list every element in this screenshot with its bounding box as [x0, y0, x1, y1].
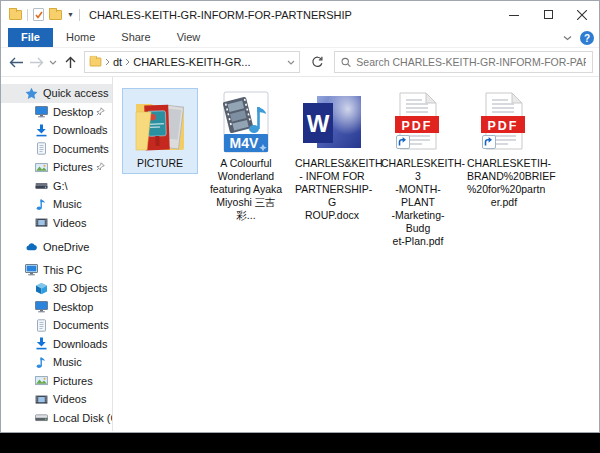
- navigation-pane: Quick access Desktop Downloads Documents…: [1, 77, 113, 431]
- file-item-m4v-video[interactable]: M4V A Colourful Wonderland featuring Aya…: [208, 88, 284, 226]
- svg-text:M4V: M4V: [230, 135, 259, 151]
- sidebar-item-downloads[interactable]: Downloads: [1, 121, 112, 140]
- sidebar-item-videos[interactable]: Videos: [1, 214, 112, 233]
- minimize-button[interactable]: [497, 1, 531, 28]
- separator: [79, 9, 80, 21]
- pin-icon: [96, 144, 105, 153]
- tab-file[interactable]: File: [8, 28, 53, 47]
- sidebar-item-onedrive[interactable]: OneDrive: [1, 238, 112, 257]
- svg-text:PDF: PDF: [488, 119, 519, 133]
- properties-icon[interactable]: [33, 8, 44, 21]
- search-input[interactable]: [356, 56, 586, 68]
- sidebar-item-pictures[interactable]: Pictures: [1, 158, 112, 177]
- address-dropdown-chevron-icon[interactable]: [287, 60, 295, 65]
- music-icon: [35, 356, 48, 369]
- file-item-pdf-brand-brief[interactable]: PDF CHARLESKETIH- BRAND%20BRIEF %20for%2…: [466, 88, 542, 213]
- sidebar-item-local-disk-c[interactable]: Local Disk (C:): [1, 409, 112, 428]
- sidebar-item-this-pc[interactable]: This PC: [1, 261, 112, 280]
- cropped-bottom-band: [0, 433, 600, 453]
- address-bar[interactable]: dt CHARLES-KEITH-GR...: [84, 51, 300, 73]
- sidebar-item-desktop[interactable]: Desktop: [1, 103, 112, 122]
- address-folder-icon: [90, 58, 102, 67]
- sidebar-item-pictures-pc[interactable]: Pictures: [1, 372, 112, 391]
- tab-share[interactable]: Share: [108, 28, 163, 47]
- sidebar-item-documents[interactable]: Documents: [1, 140, 112, 159]
- sidebar-item-desktop-pc[interactable]: Desktop: [1, 298, 112, 317]
- tab-home[interactable]: Home: [53, 28, 108, 47]
- shortcut-arrow-overlay: [397, 136, 410, 149]
- file-item-pdf-marketing-budget[interactable]: PDF CHARLESKEITH-3 -MONTH-PLANT -Marketi…: [380, 88, 456, 252]
- quick-access-toolbar: ▼ CHARLES-KEITH-GR-INFORM-FOR-PARTNERSHI…: [1, 8, 352, 21]
- maximize-button[interactable]: [531, 1, 565, 28]
- new-folder-icon[interactable]: [49, 10, 62, 20]
- ribbon-tab-bar: File Home Share View ?: [1, 28, 599, 48]
- expand-ribbon-chevron-icon[interactable]: [563, 35, 572, 41]
- file-label: CHARLES&KEITH - INFOM FOR PARTNERSHIP-G …: [295, 157, 369, 222]
- help-icon[interactable]: ?: [580, 31, 594, 45]
- sidebar-item-quick-access[interactable]: Quick access: [1, 84, 112, 103]
- navigation-bar: dt CHARLES-KEITH-GR...: [1, 48, 599, 77]
- sidebar-item-drive-g[interactable]: G:\: [1, 177, 112, 196]
- refresh-icon[interactable]: [305, 51, 329, 73]
- sidebar-item-3d-objects[interactable]: 3D Objects: [1, 279, 112, 298]
- this-pc-icon: [25, 263, 38, 276]
- file-item-word-doc[interactable]: W CHARLES&KEITH - INFOM FOR PARTNERSHIP-…: [294, 88, 370, 226]
- sidebar-item-music[interactable]: Music: [1, 195, 112, 214]
- open-folder-icon: [128, 92, 192, 154]
- pictures-icon: [35, 374, 48, 387]
- file-label: A Colourful Wonderland featuring Ayaka M…: [209, 157, 283, 222]
- customize-toolbar-caret-icon[interactable]: ▼: [67, 11, 74, 18]
- local-disk-icon: [35, 411, 48, 424]
- search-box[interactable]: [334, 51, 593, 73]
- file-list: PICTURE M4V A Colourful Won: [113, 77, 599, 431]
- pin-icon: [96, 125, 105, 134]
- svg-text:W: W: [307, 110, 330, 137]
- music-icon: [35, 198, 48, 211]
- back-icon[interactable]: [9, 57, 24, 68]
- desktop-icon: [35, 300, 48, 313]
- quick-access-star-icon: [25, 87, 38, 100]
- search-icon: [341, 57, 351, 68]
- file-item-picture-folder[interactable]: PICTURE: [122, 88, 198, 174]
- pin-icon: [96, 162, 105, 171]
- word-document-icon: W: [303, 94, 361, 152]
- close-button[interactable]: [565, 1, 599, 28]
- explorer-app-icon: [9, 10, 22, 20]
- videos-icon: [35, 393, 48, 406]
- up-icon[interactable]: [65, 56, 76, 69]
- pictures-icon: [35, 161, 48, 174]
- pdf-shortcut-icon: PDF: [480, 92, 528, 154]
- cube-icon: [35, 282, 48, 295]
- separator: [27, 9, 28, 21]
- file-label: CHARLESKEITH-3 -MONTH-PLANT -Marketing-B…: [381, 157, 455, 248]
- m4v-video-icon: M4V: [222, 91, 270, 155]
- file-label: CHARLESKETIH- BRAND%20BRIEF %20for%20par…: [467, 157, 541, 209]
- sidebar-item-documents-pc[interactable]: Documents: [1, 316, 112, 335]
- forward-icon[interactable]: [29, 57, 44, 68]
- onedrive-cloud-icon: [25, 241, 38, 254]
- tab-view[interactable]: View: [164, 28, 214, 47]
- sidebar-item-downloads-pc[interactable]: Downloads: [1, 335, 112, 354]
- explorer-window: ▼ CHARLES-KEITH-GR-INFORM-FOR-PARTNERSHI…: [0, 0, 600, 433]
- title-bar: ▼ CHARLES-KEITH-GR-INFORM-FOR-PARTNERSHI…: [1, 1, 599, 28]
- videos-icon: [35, 216, 48, 229]
- pdf-shortcut-icon: PDF: [394, 92, 442, 154]
- shortcut-arrow-overlay: [483, 136, 496, 149]
- window-controls: [497, 1, 599, 28]
- breadcrumb-current[interactable]: CHARLES-KEITH-GR...: [133, 56, 250, 68]
- svg-text:PDF: PDF: [402, 119, 433, 133]
- downloads-icon: [35, 124, 48, 137]
- sidebar-item-videos-pc[interactable]: Videos: [1, 390, 112, 409]
- pin-icon: [96, 107, 105, 116]
- desktop-icon: [35, 105, 48, 118]
- documents-icon: [35, 319, 48, 332]
- file-label: PICTURE: [123, 157, 197, 170]
- sidebar-item-music-pc[interactable]: Music: [1, 353, 112, 372]
- documents-icon: [35, 142, 48, 155]
- downloads-icon: [35, 337, 48, 350]
- drive-icon: [35, 179, 48, 192]
- breadcrumb-root[interactable]: dt: [113, 56, 122, 68]
- window-title: CHARLES-KEITH-GR-INFORM-FOR-PARTNERSHIP: [89, 9, 352, 21]
- recent-locations-chevron-icon[interactable]: [49, 60, 57, 65]
